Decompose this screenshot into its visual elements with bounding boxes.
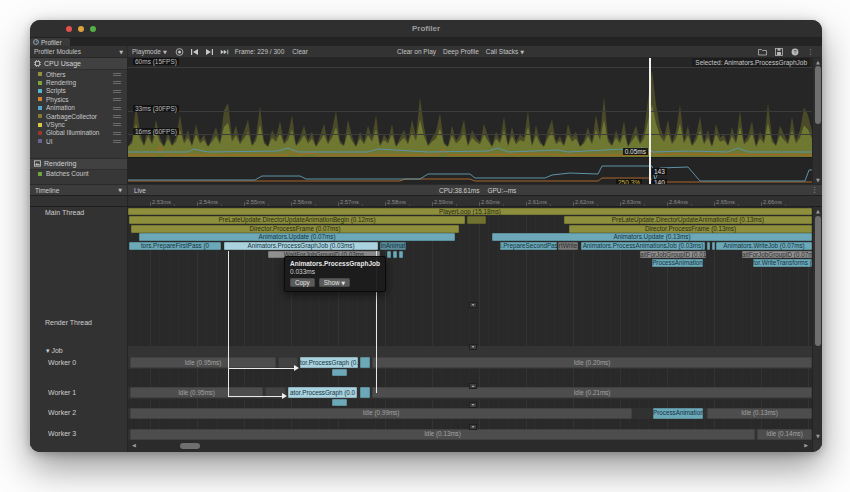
expand-marker-icon[interactable]: ▾ [469,402,477,408]
thread-label-worker-2[interactable]: Worker 2 [48,409,76,416]
thread-label-job[interactable]: ▾ Job [46,347,63,355]
thread-label-worker-3[interactable]: Worker 3 [48,430,76,437]
cpu-usage-module-header[interactable]: CPU Usage [30,58,127,70]
timeline-bar[interactable] [360,357,370,368]
timeline-bar[interactable]: Director.ProcessFrame (0.13ms) [569,225,812,233]
hscroll-track[interactable]: ◀ ▶ [128,440,812,452]
timeline-vertical-scrollbar[interactable]: ▲ ▼ [812,207,822,440]
legend-item-batches-count[interactable]: Batches Count [30,170,127,178]
timeline-bar[interactable] [387,251,391,259]
call-stacks-dropdown[interactable]: Call Stacks ▼ [486,48,524,55]
scroll-down-icon[interactable]: ▼ [814,177,822,183]
cpu-chart[interactable]: 60ms (15FPS)33ms (30FPS)16ms (60FPS) Sel… [128,58,812,184]
legend-item-scripts[interactable]: Scripts [30,87,127,95]
timeline-bar[interactable] [467,216,486,224]
playmode-dropdown[interactable]: Playmode▼ [128,48,171,55]
timeline-bar[interactable]: Animators.Update (0.07ms) [139,233,455,241]
selected-frame-line[interactable] [649,58,651,184]
timeline-bar[interactable]: Idle (0.99ms) [130,408,632,419]
timeline-bar[interactable]: i.PrepareSecondPass [500,242,557,250]
scroll-right-icon[interactable]: ▶ [804,442,808,448]
timeline-bar[interactable]: ProcessAnimation [653,408,703,419]
minimize-window-button[interactable] [78,26,84,32]
timeline-bar[interactable]: Animators.ProcessGraphJob (0.03ms) [224,242,378,250]
drag-handle-icon[interactable] [113,81,121,84]
legend-item-rendering[interactable]: Rendering [30,78,127,86]
expand-marker-icon[interactable]: ▾ [469,302,477,308]
rendering-chart[interactable] [128,158,812,184]
thread-label-worker-1[interactable]: Worker 1 [48,389,76,396]
deep-profile-toggle[interactable]: Deep Profile [443,48,479,55]
clear-on-play-toggle[interactable]: Clear on Play [397,48,436,55]
thread-label-render-thread[interactable]: Render Thread [45,319,92,326]
drag-handle-icon[interactable] [113,140,121,143]
drag-handle-icon[interactable] [113,98,121,101]
timeline-bar[interactable]: tors.PrepareFirstPass (0 [129,242,221,250]
hscroll-thumb[interactable] [180,443,200,449]
scroll-up-icon[interactable]: ▲ [814,208,822,214]
timeline-bar[interactable]: Idle (0.20ms) [372,357,812,368]
timeline-bar[interactable] [332,399,347,406]
timeline-bar[interactable]: Idle (0.14ms) [757,429,812,440]
timeline-bar[interactable]: ProcessAnimation [652,259,703,267]
timeline-bar[interactable]: aitForJobGroupID (0.01m [640,251,706,259]
timeline-bar[interactable]: PlayerLoop (15.18ms) [128,208,812,216]
timeline-bar[interactable]: inAnimat [380,242,406,250]
timeline-view-dropdown[interactable]: Timeline▼ [30,185,128,195]
drag-handle-icon[interactable] [113,132,121,135]
timeline-bar[interactable]: tor.WriteTransforms (0. [753,259,812,267]
drag-handle-icon[interactable] [113,90,121,93]
timeline-bar[interactable]: tor.ProcessGraph (0. [300,357,358,368]
timeline-bar[interactable]: rtWrite [558,242,578,250]
timeline-bar[interactable]: Animators.WriteJob (0.07ms) [716,242,812,250]
tab-profiler[interactable]: Profiler [30,38,70,46]
timeline-scroll-thumb[interactable] [815,216,821,346]
timeline-bar[interactable]: ator.ProcessGraph (0.0 [288,387,357,398]
drag-handle-icon[interactable] [113,123,121,126]
timeline-bar[interactable] [360,387,370,398]
legend-item-vsync[interactable]: VSync [30,120,127,128]
timeline-bar[interactable]: PreLateUpdate.DirectorUpdateAnimationBeg… [129,216,465,224]
timeline-bar[interactable] [399,251,403,259]
drag-handle-icon[interactable] [113,107,121,110]
timeline-bar[interactable]: PreLateUpdate.DirectorUpdateAnimationEnd… [564,216,812,224]
timeline-bar[interactable] [393,251,397,259]
show-dropdown-button[interactable]: Show ▼ [319,278,350,287]
timeline-bar[interactable]: aitForJobGroupID (0.07m [742,251,812,259]
thread-label-worker-0[interactable]: Worker 0 [48,359,76,366]
timeline-bar[interactable]: Director.ProcessFrame (0.07ms) [131,225,459,233]
open-file-icon[interactable] [758,48,767,56]
kebab-menu-icon[interactable]: ⋮ [811,186,818,194]
timeline-bar[interactable] [332,369,347,376]
ruler-scale[interactable]: 2.53ms2.54ms2.55ms2.56ms2.57ms2.58ms2.59… [128,196,812,206]
expand-marker-icon[interactable]: ▴ [469,383,477,389]
drag-handle-icon[interactable] [113,115,121,118]
rendering-module-header[interactable]: Rendering [30,158,127,170]
legend-item-ui[interactable]: UI [30,137,127,145]
legend-item-physics[interactable]: Physics [30,95,127,103]
kebab-menu-icon[interactable]: ⋮ [807,48,814,56]
chart-scrollbar[interactable]: ▲ ▼ [812,58,822,184]
expand-marker-icon[interactable]: ▾ [469,424,477,430]
chart-scroll-thumb[interactable] [815,66,821,124]
first-frame-button[interactable] [190,48,199,56]
live-button[interactable]: Live [128,187,152,194]
timeline-bar[interactable]: Animators.Update (0.13ms) [492,233,812,241]
expand-marker-icon[interactable]: ▾ [469,344,477,350]
maximize-window-button[interactable] [90,26,96,32]
timeline-bar[interactable] [707,242,710,250]
close-window-button[interactable] [66,26,72,32]
scroll-up-icon[interactable]: ▲ [814,59,822,65]
titlebar[interactable]: Profiler [30,20,822,38]
timeline-bar[interactable]: Idle (0.13ms) [707,408,812,419]
legend-item-animation[interactable]: Animation [30,104,127,112]
help-icon[interactable]: ? [791,48,799,56]
scroll-left-icon[interactable]: ◀ [132,442,136,448]
clear-button[interactable]: Clear [288,48,312,55]
thread-label-main-thread[interactable]: Main Thread [45,209,84,216]
legend-item-garbagecollector[interactable]: GarbageCollector [30,112,127,120]
drag-handle-icon[interactable] [113,73,121,76]
record-button[interactable] [175,48,184,56]
timeline-bar[interactable]: Idle (0.13ms) [130,429,755,440]
next-frame-button[interactable] [205,48,214,56]
